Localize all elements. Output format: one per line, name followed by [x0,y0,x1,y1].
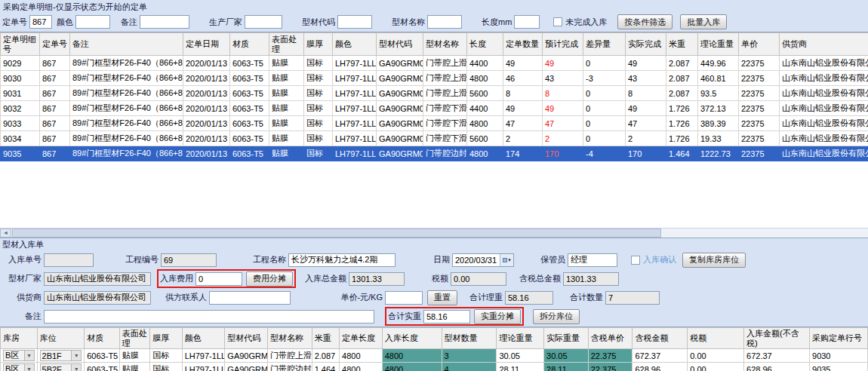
cell[interactable]: 460.81 [698,71,739,86]
fee-split-button[interactable]: 费用分摊 [246,271,293,287]
cell[interactable]: 389.39 [698,116,739,131]
cell[interactable]: GA90GRM05 [225,363,268,371]
column-header[interactable]: 定单明细号 [1,33,40,56]
cell[interactable]: 46 [503,71,543,86]
cell[interactable]: 2 [543,131,583,146]
reset-button[interactable]: 重置 [427,290,457,305]
cell[interactable]: 22375 [739,71,780,86]
cell[interactable]: 2020/01/13 [183,116,230,131]
cell[interactable]: 0.00 [688,349,744,363]
column-header[interactable]: 定单日期 [183,33,230,56]
table-row[interactable]: B区▾5B2F▾6063-T5贴膜国标LH797-1LL0GA90GRM05门带… [1,363,868,371]
cell[interactable]: 49 [626,101,666,116]
cell[interactable]: 22375 [739,146,780,161]
cell[interactable]: 山东南山铝业股份有限公司 [780,131,868,146]
cell[interactable]: GA90GRM04 [377,101,423,116]
copy-warehouse-location-button[interactable]: 复制库房库位 [682,253,746,268]
cell[interactable]: 1222.73 [698,146,739,161]
cell[interactable]: 89#门框型材F26-F40（866+867） [70,116,183,131]
column-header[interactable]: 实际完成 [626,33,666,56]
column-header[interactable]: 表面处理 [269,33,304,56]
cell[interactable]: 867 [40,116,70,131]
length-filter-input[interactable] [514,15,540,29]
column-header[interactable]: 型材名称 [267,328,312,349]
cell[interactable]: LH797-1LL0 [182,349,225,363]
cell[interactable]: 9029 [1,56,40,71]
column-header[interactable]: 型材代码 [225,328,268,349]
cell[interactable]: 9035 [810,363,868,371]
cell[interactable]: 2020/01/13 [183,56,230,71]
cell[interactable]: 4800 [382,349,442,363]
combo-select[interactable]: B区▾ [3,350,35,361]
cell[interactable]: GA90GRM03 [225,349,268,363]
cell[interactable]: 628.96 [633,363,688,371]
column-header[interactable]: 备注 [70,33,183,56]
batch-inbound-button[interactable]: 批量入库 [680,14,727,29]
column-header[interactable]: 定单号 [40,33,70,56]
cell[interactable]: 867 [40,131,70,146]
cell[interactable]: 372.13 [698,101,739,116]
cell[interactable]: 6063-T5 [230,56,269,71]
cell[interactable]: 门带腔下滑 [423,131,467,146]
table-row[interactable]: 902986789#门框型材F26-F40（866+867）2020/01/13… [1,56,868,71]
cell[interactable]: LH797-1LL0 [333,116,377,131]
cell[interactable]: 国标 [304,71,333,86]
cell[interactable]: 8 [543,86,583,101]
cell[interactable]: 49 [503,101,543,116]
cell[interactable]: 门带腔边封 [267,363,312,371]
cell[interactable]: 43 [626,71,666,86]
table-row[interactable]: B区▾2B1F▾6063-T5贴膜国标LH797-1LL0GA90GRM03门带… [1,349,868,363]
cell[interactable]: 贴膜 [269,71,304,86]
cell[interactable]: 22375 [739,56,780,71]
unit-price-input[interactable] [385,291,423,305]
inbound-fee-input[interactable] [195,272,242,286]
profile-name-filter-input[interactable] [427,15,462,29]
cell[interactable]: 1.726 [666,101,698,116]
cell[interactable]: 170 [543,146,583,161]
profile-code-filter-input[interactable] [337,15,372,29]
cell[interactable]: 6063-T5 [230,86,269,101]
table-row[interactable]: 903386789#门框型材F26-F40（866+867）2020/01/13… [1,116,868,131]
column-header[interactable]: 材质 [85,328,120,349]
cell[interactable]: 49 [503,56,543,71]
cell[interactable]: 6063-T5 [230,131,269,146]
cell[interactable]: 47 [543,116,583,131]
cell[interactable]: 1.464 [666,146,698,161]
cell[interactable]: 22.375 [588,349,633,363]
cell[interactable]: 贴膜 [269,116,304,131]
cell[interactable]: -3 [583,71,626,86]
project-no-input[interactable] [161,253,217,267]
cell[interactable]: LH797-1LL0 [333,146,377,161]
table-row[interactable]: 903286789#门框型材F26-F40（866+867）2020/01/13… [1,101,868,116]
receipt-remark-input[interactable] [44,310,374,323]
cell[interactable]: 0 [583,101,626,116]
cell[interactable]: 47 [626,116,666,131]
chevron-down-icon[interactable]: ▾ [71,351,81,360]
cell[interactable]: 0 [583,131,626,146]
column-header[interactable]: 差异量 [583,33,626,56]
cell[interactable]: 672.37 [633,349,688,363]
cell[interactable]: 9033 [1,116,40,131]
cell[interactable]: 2 [626,131,666,146]
cell[interactable]: 贴膜 [119,349,149,363]
cell[interactable]: 4800 [467,116,503,131]
cell[interactable]: 49 [626,56,666,71]
column-header[interactable]: 膜厚 [304,33,333,56]
cell[interactable]: 9034 [1,131,40,146]
column-header[interactable]: 库房 [1,328,38,349]
column-header[interactable]: 入库长度 [382,328,442,349]
cell[interactable]: B区▾ [1,363,38,371]
cell[interactable]: 2.087 [666,56,698,71]
cell[interactable]: 867 [40,146,70,161]
tax-total-input[interactable] [563,272,619,286]
cell[interactable]: 628.96 [744,363,810,371]
cell[interactable]: 6063-T5 [230,101,269,116]
cell[interactable]: GA90GRM03 [377,71,423,86]
scrollbar-thumb[interactable] [12,228,661,238]
cell[interactable]: LH797-1LL0 [333,86,377,101]
column-header[interactable]: 预计完成 [543,33,583,56]
cell[interactable]: -4 [583,146,626,161]
total-qty-input[interactable] [605,291,660,305]
column-header[interactable]: 颜色 [333,33,377,56]
project-name-input[interactable] [288,253,396,267]
